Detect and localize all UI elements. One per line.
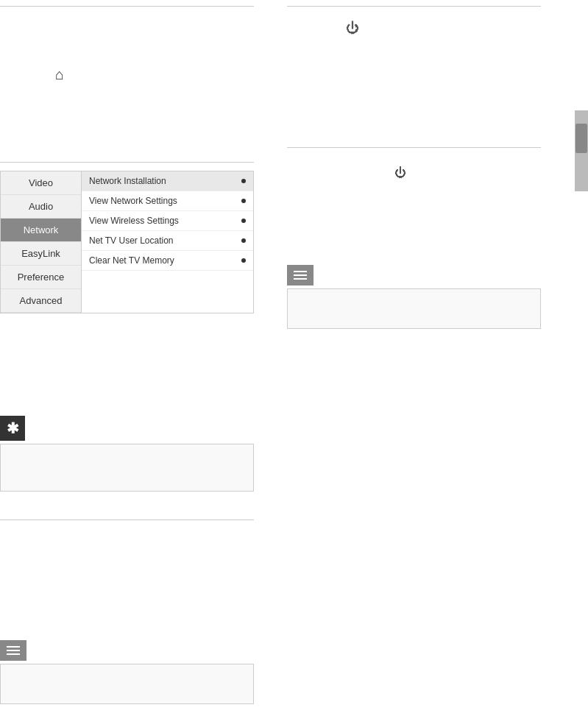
tip-box-left: ✱ [0, 416, 254, 492]
sidebar-item-advanced[interactable]: Advanced [1, 289, 81, 313]
submenu-item-net-tv-user-location[interactable]: Net TV User Location [82, 231, 253, 251]
submenu-item-view-wireless-settings[interactable]: View Wireless Settings [82, 211, 253, 231]
note-icon-right [287, 265, 314, 286]
sidebar-menu: Video Audio Network EasyLink Preference … [1, 171, 82, 313]
power-icon-right: ⏻ [394, 166, 406, 180]
sidebar-item-easylink[interactable]: EasyLink [1, 242, 81, 266]
note-box-bottom-left-content [0, 664, 254, 704]
sidebar-item-video[interactable]: Video [1, 171, 81, 195]
scrollbar-thumb[interactable] [575, 124, 587, 153]
tip-box-left-content [0, 444, 254, 492]
bullet-network-installation [241, 179, 246, 183]
submenu-item-view-network-settings[interactable]: View Network Settings [82, 191, 253, 211]
note-lines-icon [294, 271, 307, 280]
submenu-item-clear-net-tv-memory[interactable]: Clear Net TV Memory [82, 251, 253, 271]
network-submenu: Network Installation View Network Settin… [82, 171, 253, 313]
note-box-bottom-left [0, 640, 254, 704]
power-icon-top: ⏻ [346, 21, 359, 36]
bullet-net-tv-user-location [241, 238, 246, 243]
note-box-right [287, 265, 541, 329]
sidebar-item-network[interactable]: Network [1, 219, 81, 242]
bullet-view-network-settings [241, 199, 246, 203]
bottom-divider-left [0, 519, 254, 520]
top-line-left [0, 6, 254, 7]
note-icon-bottom [0, 640, 26, 661]
bullet-clear-net-tv-memory [241, 258, 246, 263]
note-box-right-content [287, 288, 541, 329]
submenu-item-network-installation[interactable]: Network Installation [82, 171, 253, 191]
asterisk-icon: ✱ [0, 416, 25, 441]
bullet-view-wireless-settings [241, 219, 246, 223]
sidebar-item-preference[interactable]: Preference [1, 266, 81, 289]
sidebar-item-audio[interactable]: Audio [1, 195, 81, 219]
mid-line-left [0, 162, 254, 163]
settings-menu: Video Audio Network EasyLink Preference … [0, 171, 254, 313]
top-line-right [287, 6, 541, 7]
home-icon: ⌂ [55, 66, 64, 83]
right-top-line [287, 147, 541, 148]
